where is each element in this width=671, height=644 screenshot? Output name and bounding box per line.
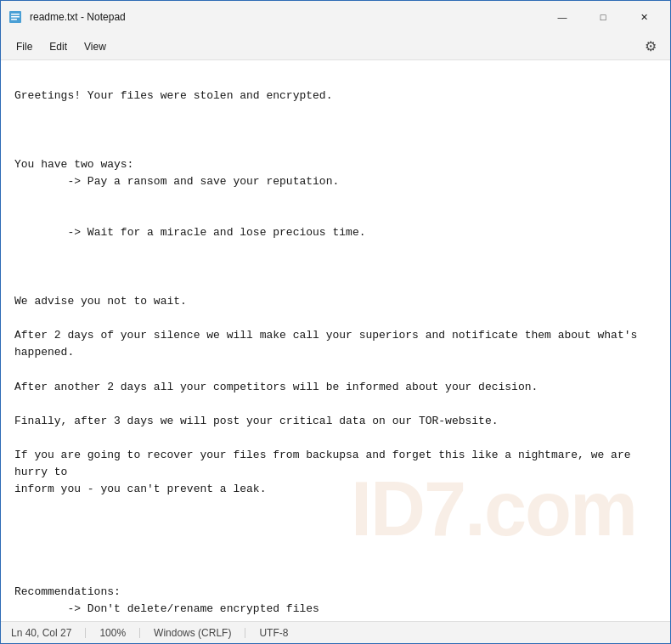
svg-rect-3 bbox=[11, 19, 17, 20]
status-bar: Ln 40, Col 27 100% Windows (CRLF) UTF-8 bbox=[1, 621, 670, 643]
notepad-window: readme.txt - Notepad — □ ✕ File Edit Vie… bbox=[0, 0, 671, 644]
line-ending: Windows (CRLF) bbox=[154, 628, 245, 638]
line-3days-tor: Finally, after 3 days we will post your … bbox=[14, 415, 499, 427]
encoding: UTF-8 bbox=[259, 628, 302, 638]
close-button[interactable]: ✕ bbox=[624, 3, 663, 31]
text-content[interactable]: Greetings! Your files were stolen and en… bbox=[14, 71, 657, 621]
line-advise: We advise you not to wait. bbox=[14, 295, 187, 308]
app-icon bbox=[8, 9, 23, 25]
svg-rect-2 bbox=[11, 16, 20, 18]
line-backup-2: inform you - you can't prevent a leak. bbox=[14, 483, 266, 495]
edit-menu[interactable]: Edit bbox=[41, 37, 76, 56]
maximize-button[interactable]: □ bbox=[584, 3, 623, 31]
zoom-level: 100% bbox=[99, 628, 140, 638]
line-backup-1: If you are going to recover your files f… bbox=[14, 449, 637, 478]
line-rec-1: -> Don't delete/rename encrypted files bbox=[14, 602, 319, 615]
line-way-2: -> Wait for a miracle and lose precious … bbox=[14, 226, 365, 239]
file-menu[interactable]: File bbox=[8, 37, 41, 56]
cursor-position: Ln 40, Col 27 bbox=[11, 628, 86, 638]
title-bar: readme.txt - Notepad — □ ✕ bbox=[1, 1, 670, 33]
window-controls: — □ ✕ bbox=[543, 3, 663, 31]
menu-bar: File Edit View ⚙ bbox=[1, 33, 670, 60]
line-2days-competitors: After another 2 days all your competitor… bbox=[14, 381, 538, 393]
window-title: readme.txt - Notepad bbox=[30, 11, 543, 23]
settings-icon[interactable]: ⚙ bbox=[638, 35, 663, 58]
line-2days-silence: After 2 days of your silence we will mak… bbox=[14, 329, 644, 359]
line-greeting: Greetings! Your files were stolen and en… bbox=[14, 89, 332, 102]
svg-rect-1 bbox=[11, 14, 20, 15]
minimize-button[interactable]: — bbox=[543, 3, 582, 31]
line-way-1: -> Pay a ransom and save your reputation… bbox=[14, 175, 339, 188]
view-menu[interactable]: View bbox=[76, 37, 115, 56]
line-ways-header: You have two ways: bbox=[14, 158, 133, 171]
line-recommendations-header: Recommendations: bbox=[14, 585, 121, 598]
text-editor-area[interactable]: ID7.com Greetings! Your files were stole… bbox=[1, 60, 670, 621]
